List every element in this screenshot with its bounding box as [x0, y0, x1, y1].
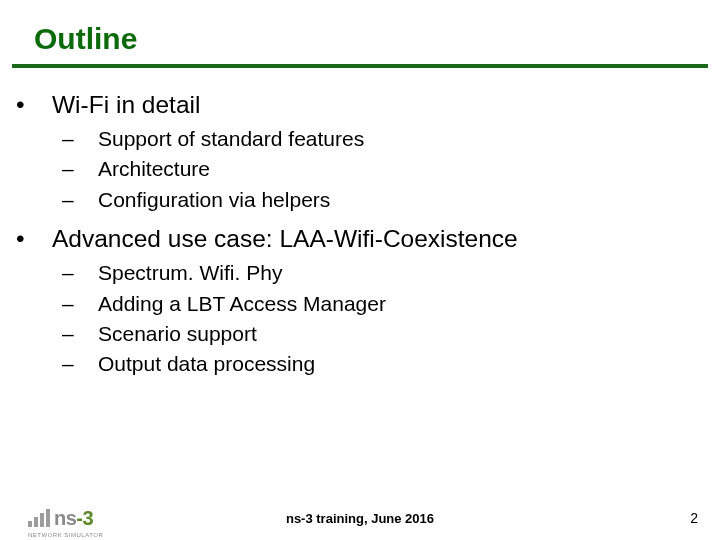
footer-caption: ns-3 training, June 2016: [0, 511, 720, 526]
list-subitem: –Spectrum. Wifi. Phy: [12, 259, 708, 287]
body-content: •Wi-Fi in detail –Support of standard fe…: [0, 82, 720, 379]
list-subitem-label: Spectrum. Wifi. Phy: [98, 261, 282, 284]
dash-icon: –: [80, 155, 98, 183]
list-subitem-label: Output data processing: [98, 352, 315, 375]
dash-icon: –: [80, 320, 98, 348]
list-subitem: –Architecture: [12, 155, 708, 183]
slide-title: Outline: [0, 0, 720, 62]
bullet-icon: •: [34, 222, 52, 255]
list-subitem-label: Adding a LBT Access Manager: [98, 292, 386, 315]
dash-icon: –: [80, 290, 98, 318]
list-subitem-label: Scenario support: [98, 322, 257, 345]
slide-footer: ns-3 NETWORK SIMULATOR ns-3 training, Ju…: [0, 492, 720, 540]
dash-icon: –: [80, 350, 98, 378]
bullet-icon: •: [34, 88, 52, 121]
list-subitem: –Configuration via helpers: [12, 186, 708, 214]
dash-icon: –: [80, 186, 98, 214]
dash-icon: –: [80, 259, 98, 287]
list-subitem-label: Architecture: [98, 157, 210, 180]
list-item-label: Wi-Fi in detail: [52, 91, 200, 118]
list-subitem: –Support of standard features: [12, 125, 708, 153]
list-subitem-label: Support of standard features: [98, 127, 364, 150]
slide: Outline •Wi-Fi in detail –Support of sta…: [0, 0, 720, 540]
list-subitem: –Adding a LBT Access Manager: [12, 290, 708, 318]
list-item-label: Advanced use case: LAA-Wifi-Coexistence: [52, 225, 518, 252]
list-subitem-label: Configuration via helpers: [98, 188, 330, 211]
dash-icon: –: [80, 125, 98, 153]
list-subitem: –Scenario support: [12, 320, 708, 348]
logo-subtitle: NETWORK SIMULATOR: [28, 532, 103, 538]
page-number: 2: [690, 510, 698, 526]
title-divider: [12, 64, 708, 68]
list-subitem: –Output data processing: [12, 350, 708, 378]
list-item: •Advanced use case: LAA-Wifi-Coexistence: [12, 222, 708, 255]
list-item: •Wi-Fi in detail: [12, 88, 708, 121]
